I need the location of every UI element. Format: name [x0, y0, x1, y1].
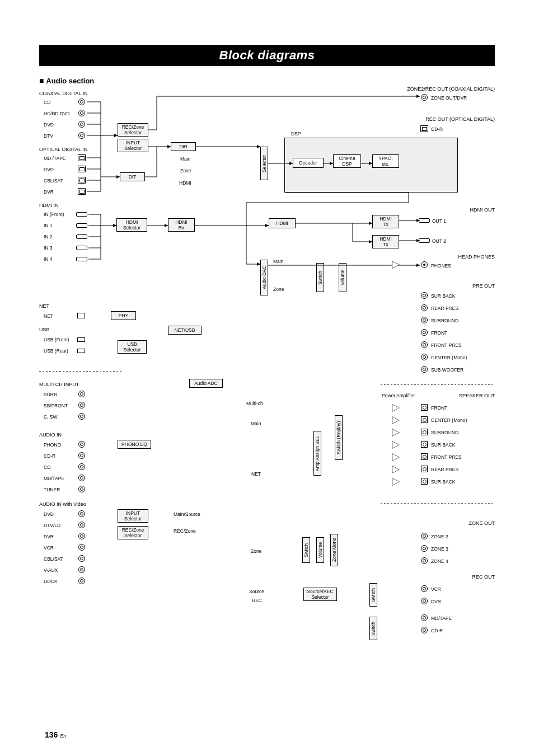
out2: OUT 2: [432, 238, 446, 244]
recout-3: CD-R: [431, 628, 443, 633]
block-hdmi-tx-1: HDMITx: [372, 215, 399, 228]
zoneout-0: ZONE 2: [431, 534, 448, 539]
rca-icon: [421, 557, 428, 564]
hdmi-icon: [419, 238, 430, 243]
net-icon: [77, 313, 85, 318]
preout-2: SURROUND: [431, 318, 458, 323]
rca-icon: [78, 510, 85, 517]
spk-icon: [421, 453, 428, 460]
usb-icon: [77, 349, 85, 353]
rca-icon: [78, 121, 85, 128]
rca-icon: [421, 354, 428, 360]
amp-icon: [392, 404, 400, 412]
in-sbfront: SB/FRONT: [44, 403, 68, 408]
preout-6: SUB WOOFER: [431, 367, 463, 373]
in-hdmi-front: IN (Front): [44, 212, 64, 217]
in-surr: SURR: [44, 392, 57, 397]
optical-icon: [78, 177, 86, 184]
block-hdmi-rx: HDMIRx: [168, 218, 195, 232]
in-usb-front: USB (Front): [44, 337, 69, 342]
sig-multich: Multi-ch: [246, 401, 263, 406]
block-input-sel-1: INPUTSelector: [118, 139, 148, 152]
block-input-sel-2: INPUTSelector: [118, 509, 148, 523]
block-switch-3: Switch: [369, 583, 377, 607]
recout-header: REC OUT: [472, 574, 495, 580]
out-zone-dvr: ZONE OUT/DVR: [431, 95, 467, 101]
rca-icon: [421, 545, 428, 552]
rca-icon: [78, 577, 85, 584]
rca-icon: [421, 329, 428, 336]
block-phono-eq: PHONO EQ: [118, 440, 151, 449]
preout-0: SUR BACK: [431, 293, 455, 299]
preout-1: REAR PRES: [431, 306, 458, 311]
spk-6: SUR BACK: [431, 479, 455, 485]
recout-opt-header: REC OUT (OPTICAL DIGITAL): [425, 116, 495, 122]
preout-5: CENTER (Mono): [431, 355, 467, 360]
rca-icon: [78, 441, 85, 448]
block-phy: PHY: [111, 311, 136, 320]
sig-net: NET: [251, 471, 261, 477]
rca-icon: [421, 585, 428, 592]
in-hdmi-2: IN 2: [44, 234, 53, 240]
block-cinema-dsp: CinemaDSP: [333, 154, 361, 168]
spk-icon: [421, 429, 428, 435]
in-cblsat: CBL/SAT: [44, 178, 63, 184]
hdmi-icon: [76, 223, 87, 228]
block-ypao: YPAO,etc.: [372, 154, 399, 168]
in-usb-rear: USB (Rear): [44, 348, 68, 354]
in-dock: DOCK: [44, 579, 58, 584]
page-number-value: 136: [45, 730, 58, 739]
preout-4: FRONT PRES: [431, 342, 462, 348]
rca-icon: [78, 391, 85, 397]
in-hdmi-1: IN 1: [44, 223, 53, 228]
recout-0: VCR: [431, 586, 441, 592]
block-switch-replay: Switch (Replay): [335, 415, 343, 460]
section-header: Audio section: [39, 76, 495, 85]
spk-5: REAR PRES: [431, 467, 458, 472]
rca-icon: [78, 533, 85, 539]
amp-icon: [392, 416, 400, 424]
rca-icon: [78, 402, 85, 408]
in-opt-dvd: DVD: [44, 167, 54, 172]
spk-icon: [421, 416, 428, 423]
page-title-bar: Block diagrams: [39, 45, 495, 66]
spk-3: SUR BACK: [431, 442, 455, 448]
speaker-header: SPEAKER OUT: [459, 393, 495, 398]
sig-zone-3: Zone: [251, 548, 261, 554]
sig-main-2: Main: [273, 259, 283, 264]
sig-main-source: Main/Source: [174, 511, 200, 517]
block-netusb: NET/USB: [168, 326, 202, 335]
block-selector-v: Selector: [260, 147, 268, 180]
rca-icon: [421, 94, 428, 101]
spk-icon: [421, 404, 428, 411]
out1: OUT 1: [432, 218, 446, 224]
hdmi-out-header: HDMI OUT: [470, 207, 495, 213]
rca-icon: [421, 292, 428, 299]
in-phono: PHONO: [44, 442, 61, 448]
preout-3: FRONT: [431, 330, 447, 336]
sig-rec: REC: [252, 598, 262, 603]
zoneout-header: ZONE OUT: [469, 520, 495, 526]
hdmi-icon: [76, 257, 87, 261]
rca-icon: [78, 110, 85, 116]
usb-header: USB: [39, 327, 50, 332]
block-rec-zone-sel-1: REC/ZoneSelector: [118, 123, 148, 137]
hdmi-icon: [76, 246, 87, 250]
in-net: NET: [44, 313, 53, 319]
rca-icon: [421, 598, 428, 604]
rca-icon: [78, 463, 85, 470]
zoneout-1: ZONE 3: [431, 546, 448, 552]
in-dvd: DVD: [44, 122, 54, 128]
page-lang: En: [60, 733, 66, 739]
hdmi-header: HDMI IN: [39, 203, 59, 208]
in-tuner: TUNER: [44, 487, 60, 492]
spk-4: FRONT PRES: [431, 454, 462, 460]
block-dir: DIR: [171, 142, 196, 151]
in-hdmi-3: IN 3: [44, 245, 53, 251]
block-hdmi-tx-2: HDMITx: [372, 235, 399, 248]
optical-icon: [420, 125, 428, 132]
dsp-label: DSP: [291, 131, 301, 137]
page: Block diagrams Audio section COAXIAL DIG…: [0, 0, 534, 756]
in-dtv: DTV: [44, 133, 53, 139]
hdmi-icon: [76, 234, 87, 239]
